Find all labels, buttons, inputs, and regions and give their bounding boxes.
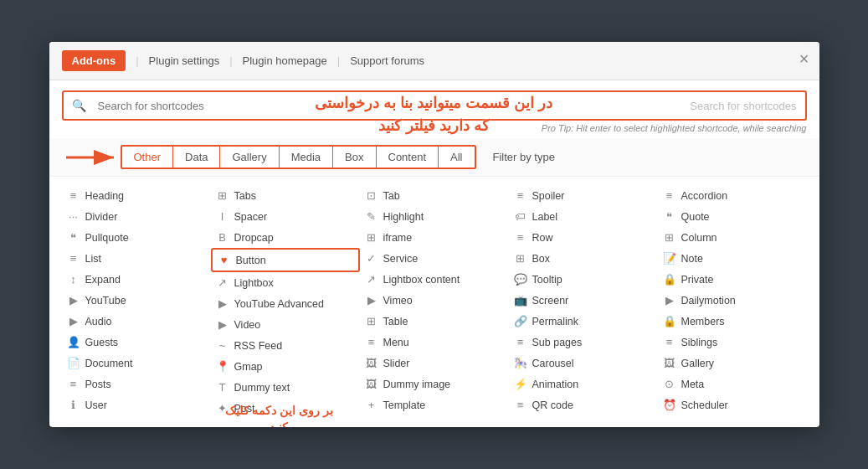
sc-dummy-image[interactable]: 🖼Dummy image — [360, 374, 509, 394]
sc-table[interactable]: ⊞Table — [360, 311, 509, 332]
sc-pullquote[interactable]: ❝Pullquote — [62, 227, 211, 248]
filter-tab-media[interactable]: Media — [280, 147, 333, 168]
sc-lightbox-content[interactable]: ↗Lightbox content — [360, 269, 509, 290]
close-button[interactable]: × — [799, 50, 809, 67]
sc-row[interactable]: ≡Row — [509, 227, 658, 248]
sc-accordion[interactable]: ≡Accordion — [658, 185, 807, 206]
table-icon: ⊞ — [365, 315, 378, 327]
sc-animation[interactable]: ⚡Animation — [509, 374, 658, 394]
sc-menu[interactable]: ≡Menu — [360, 332, 509, 353]
sc-tooltip[interactable]: 💬Tooltip — [509, 269, 658, 290]
label-icon: 🏷 — [514, 210, 527, 223]
sc-tabs[interactable]: ⊞Tabs — [211, 185, 360, 206]
addons-button[interactable]: Add-ons — [62, 50, 126, 71]
sc-lightbox-content-label: Lightbox content — [383, 274, 460, 286]
sc-rss[interactable]: ~RSS Feed — [211, 335, 360, 356]
sc-video[interactable]: ▶Video — [211, 314, 360, 335]
sc-audio[interactable]: ▶Audio — [62, 311, 211, 332]
sc-spoiler[interactable]: ≡Spoiler — [509, 185, 658, 206]
sc-box-label: Box — [532, 253, 551, 265]
sc-private[interactable]: 🔒Private — [658, 269, 807, 290]
plugin-settings-link[interactable]: Plugin settings — [149, 54, 220, 67]
filter-tab-box[interactable]: Box — [333, 147, 376, 168]
meta-icon: ⊙ — [663, 378, 676, 390]
filter-tab-all[interactable]: All — [439, 147, 474, 168]
sc-animation-label: Animation — [532, 379, 579, 390]
column-icon: ⊞ — [663, 231, 676, 244]
sc-spacer[interactable]: ISpacer — [211, 206, 360, 227]
sc-tab[interactable]: ⊡Tab — [360, 185, 509, 206]
filter-tab-gallery[interactable]: Gallery — [220, 147, 279, 168]
sc-service-label: Service — [383, 253, 419, 265]
sc-slider[interactable]: 🖼Slider — [360, 353, 509, 374]
sc-permalink[interactable]: 🔗Permalink — [509, 311, 658, 332]
sc-post[interactable]: ✦Post — [211, 398, 360, 419]
sc-screenr-label: Screenr — [532, 295, 569, 307]
sc-vimeo-label: Vimeo — [383, 295, 413, 307]
spoiler-icon: ≡ — [514, 189, 527, 202]
sc-iframe[interactable]: ⊞iframe — [360, 227, 509, 248]
sc-dummy-text[interactable]: TDummy text — [211, 377, 360, 398]
sc-dailymotion[interactable]: ▶Dailymotion — [658, 290, 807, 311]
sc-list[interactable]: ≡List — [62, 248, 211, 269]
sc-guests[interactable]: 👤Guests — [62, 332, 211, 353]
search-input[interactable] — [95, 94, 691, 118]
sc-menu-label: Menu — [383, 337, 409, 348]
sc-dropcap[interactable]: BDropcap — [211, 227, 360, 248]
sc-box[interactable]: ⊞Box — [509, 248, 658, 269]
filter-bar: Other Data Gallery Media Box Content All… — [49, 138, 819, 177]
dummy-text-icon: T — [216, 381, 229, 394]
sc-highlight[interactable]: ✎Highlight — [360, 206, 509, 227]
sc-list-label: List — [85, 253, 101, 265]
sc-expand-label: Expand — [85, 274, 121, 286]
gallery-icon: 🖼 — [663, 357, 676, 369]
sc-button[interactable]: ♥Button — [211, 248, 360, 272]
header-sep-2: | — [229, 54, 232, 67]
sc-carousel[interactable]: 🎠Carousel — [509, 353, 658, 374]
sc-subpages-label: Sub pages — [532, 337, 583, 348]
sc-service[interactable]: ✓Service — [360, 248, 509, 269]
sc-youtube[interactable]: ▶YouTube — [62, 290, 211, 311]
sc-subpages[interactable]: ≡Sub pages — [509, 332, 658, 353]
sc-heading[interactable]: ≡Heading — [62, 185, 211, 206]
sc-note[interactable]: 📝Note — [658, 248, 807, 269]
dropcap-icon: B — [216, 231, 229, 244]
sc-template[interactable]: +Template — [360, 394, 509, 415]
sc-table-label: Table — [383, 316, 408, 327]
iframe-icon: ⊞ — [365, 231, 378, 244]
sc-members[interactable]: 🔒Members — [658, 311, 807, 332]
sc-posts[interactable]: ≡Posts — [62, 374, 211, 394]
note-icon: 📝 — [663, 252, 676, 265]
sc-screenr[interactable]: 📺Screenr — [509, 290, 658, 311]
sc-user[interactable]: ℹUser — [62, 394, 211, 415]
filter-tab-data[interactable]: Data — [173, 147, 220, 168]
sc-gallery[interactable]: 🖼Gallery — [658, 353, 807, 374]
sc-column[interactable]: ⊞Column — [658, 227, 807, 248]
filter-tab-content[interactable]: Content — [377, 147, 439, 168]
youtube-adv-icon: ▶ — [216, 297, 229, 310]
sc-siblings[interactable]: ≡Siblings — [658, 332, 807, 353]
sc-meta[interactable]: ⊙Meta — [658, 374, 807, 394]
scheduler-icon: ⏰ — [663, 399, 676, 411]
sc-iframe-label: iframe — [383, 232, 413, 244]
sc-scheduler[interactable]: ⏰Scheduler — [658, 394, 807, 415]
filter-tab-other[interactable]: Other — [122, 147, 174, 168]
sc-gmap[interactable]: 📍Gmap — [211, 356, 360, 377]
sc-label[interactable]: 🏷Label — [509, 206, 658, 227]
sc-spacer-label: Spacer — [234, 211, 268, 223]
sc-dropcap-label: Dropcap — [234, 232, 274, 244]
plugin-homepage-link[interactable]: Plugin homepage — [243, 54, 327, 67]
sc-divider[interactable]: ···Divider — [62, 206, 211, 227]
shortcode-col-4: ≡Spoiler 🏷Label ≡Row ⊞Box 💬Tooltip 📺Scre… — [509, 185, 658, 419]
sc-youtube-adv[interactable]: ▶YouTube Advanced — [211, 293, 360, 314]
support-forums-link[interactable]: Support forums — [350, 54, 424, 67]
sc-quote[interactable]: ❝Quote — [658, 206, 807, 227]
sc-vimeo[interactable]: ▶Vimeo — [360, 290, 509, 311]
sc-document[interactable]: 📄Document — [62, 353, 211, 374]
heading-icon: ≡ — [67, 189, 80, 202]
sc-lightbox[interactable]: ↗Lightbox — [211, 272, 360, 293]
quote-icon: ❝ — [663, 210, 676, 223]
sc-qr-code[interactable]: ≡QR code — [509, 394, 658, 415]
red-arrow-icon — [62, 145, 121, 170]
sc-expand[interactable]: ↕Expand — [62, 269, 211, 290]
